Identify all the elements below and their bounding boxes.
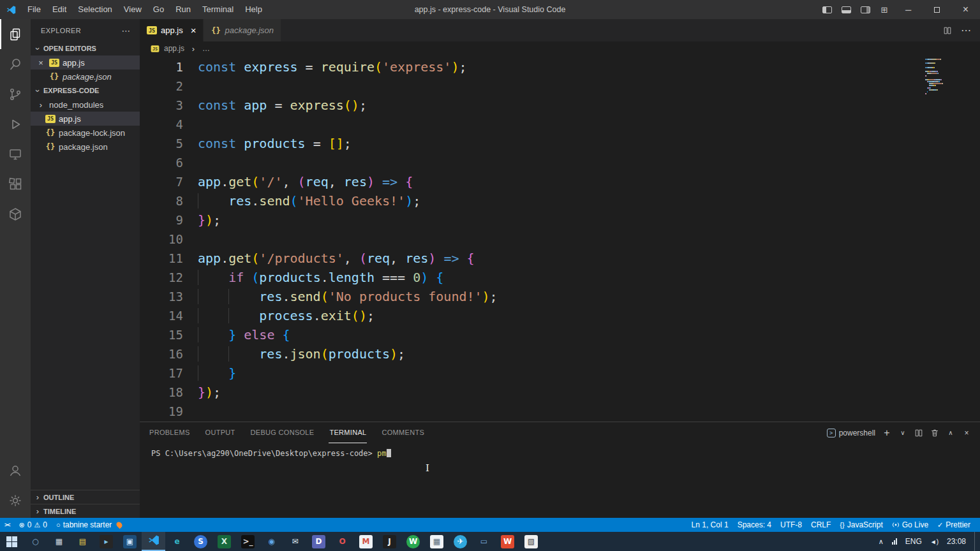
show-desktop-button[interactable] bbox=[974, 532, 977, 551]
workspace-folder-header[interactable]: › EXPRESS-CODE bbox=[31, 84, 140, 98]
taskbar-edge[interactable]: e bbox=[165, 532, 189, 551]
minimap[interactable] bbox=[925, 59, 971, 98]
terminal-shell-selector[interactable]: > powershell bbox=[827, 429, 875, 437]
problems-status[interactable]: ⊗ 0 ⚠ 0 bbox=[15, 518, 52, 532]
tab-package-json[interactable]: {}package.json bbox=[204, 19, 281, 41]
split-terminal-button[interactable] bbox=[914, 429, 923, 437]
open-editor-package-json[interactable]: {}package.json bbox=[31, 70, 140, 84]
toggle-secondary-sidebar-icon[interactable] bbox=[856, 0, 875, 19]
taskbar-gallery[interactable]: ▦ bbox=[425, 532, 449, 551]
menu-go[interactable]: Go bbox=[147, 0, 170, 19]
remote-indicator[interactable]: >< bbox=[0, 518, 15, 532]
panel-tab-debug-console[interactable]: DEBUG CONSOLE bbox=[250, 422, 315, 443]
taskbar-whatsapp[interactable]: W bbox=[401, 532, 425, 551]
breadcrumb[interactable]: JS app.js › … bbox=[140, 41, 980, 55]
taskbar-media-app[interactable]: ▸ bbox=[94, 532, 118, 551]
close-button[interactable]: × bbox=[951, 0, 980, 19]
new-terminal-button[interactable]: + bbox=[882, 427, 891, 439]
panel-tab-comments[interactable]: COMMENTS bbox=[381, 422, 425, 443]
terminal-content[interactable]: PS C:\Users\ag290\OneDrive\Desktop\expre… bbox=[140, 443, 980, 518]
tree-item-app-js[interactable]: JSapp.js bbox=[31, 112, 140, 126]
split-editor-icon[interactable] bbox=[943, 26, 952, 35]
status-go-live[interactable]: Go Live bbox=[887, 518, 933, 532]
taskbar-browser[interactable]: ◉ bbox=[260, 532, 283, 551]
tree-item-package-json[interactable]: {}package.json bbox=[31, 140, 140, 154]
taskbar-wondershare[interactable]: W bbox=[496, 532, 519, 551]
code-content[interactable]: 1const express = require('express');23co… bbox=[140, 57, 980, 421]
code-editor[interactable]: 1const express = require('express');23co… bbox=[140, 55, 980, 422]
activity-explorer[interactable] bbox=[0, 19, 31, 49]
taskbar-photos-app[interactable]: ▣ bbox=[118, 532, 142, 551]
menu-file[interactable]: File bbox=[22, 0, 47, 19]
menu-help[interactable]: Help bbox=[239, 0, 268, 19]
tab-app-js[interactable]: JSapp.js× bbox=[140, 19, 204, 41]
toggle-panel-icon[interactable] bbox=[836, 0, 856, 19]
toggle-sidebar-icon[interactable] bbox=[817, 0, 836, 19]
status-cursor-position[interactable]: Ln 1, Col 1 bbox=[687, 518, 733, 532]
close-panel-button[interactable]: × bbox=[962, 429, 971, 437]
vscode-logo-icon[interactable] bbox=[0, 4, 22, 15]
activity-remote-explorer[interactable] bbox=[0, 139, 31, 169]
menu-run[interactable]: Run bbox=[170, 0, 197, 19]
taskbar-task-view[interactable]: ▦ bbox=[47, 532, 71, 551]
status-eol[interactable]: CRLF bbox=[806, 518, 835, 532]
outline-header[interactable]: › OUTLINE bbox=[31, 490, 140, 504]
close-icon[interactable]: × bbox=[36, 58, 46, 68]
maximize-panel-button[interactable]: ∧ bbox=[946, 429, 955, 436]
activity-run-debug[interactable] bbox=[0, 109, 31, 139]
open-editors-header[interactable]: › OPEN EDITORS bbox=[31, 41, 140, 55]
tree-item-node-modules[interactable]: ›node_modules bbox=[31, 98, 140, 112]
activity-search[interactable] bbox=[0, 49, 31, 79]
menu-edit[interactable]: Edit bbox=[47, 0, 72, 19]
terminal-profile-dropdown-icon[interactable]: ∨ bbox=[898, 429, 907, 436]
activity-source-control[interactable] bbox=[0, 79, 31, 109]
tabnine-status[interactable]: ○ tabnine starter bbox=[52, 518, 126, 532]
taskbar-file-explorer[interactable]: ▤ bbox=[71, 532, 94, 551]
more-actions-icon[interactable]: ⋯ bbox=[961, 24, 971, 36]
taskbar-remote-desktop[interactable]: ▭ bbox=[472, 532, 496, 551]
taskbar-telegram[interactable]: ✈ bbox=[449, 532, 472, 551]
taskbar-discord[interactable]: D bbox=[307, 532, 330, 551]
taskbar-outlook[interactable]: M bbox=[354, 532, 378, 551]
taskbar-whiteboard[interactable]: ▧ bbox=[519, 532, 543, 551]
breadcrumb-file[interactable]: app.js bbox=[164, 44, 184, 53]
menu-selection[interactable]: Selection bbox=[72, 0, 117, 19]
more-actions-icon[interactable]: ⋯ bbox=[122, 26, 131, 36]
taskbar-terminal-app[interactable]: >_ bbox=[236, 532, 260, 551]
activity-settings[interactable] bbox=[0, 485, 31, 515]
minimize-button[interactable]: ─ bbox=[894, 0, 923, 19]
status-encoding[interactable]: UTF-8 bbox=[776, 518, 806, 532]
activity-packages[interactable] bbox=[0, 199, 31, 229]
status-language-mode[interactable]: {}JavaScript bbox=[835, 518, 887, 532]
tray-expand-icon[interactable]: ∧ bbox=[879, 538, 884, 546]
status-prettier[interactable]: ✓Prettier bbox=[933, 518, 975, 532]
panel-tab-terminal[interactable]: TERMINAL bbox=[329, 422, 367, 443]
taskbar-vscode[interactable] bbox=[142, 532, 165, 551]
panel-tab-problems[interactable]: PROBLEMS bbox=[149, 422, 191, 443]
taskbar-opera[interactable]: O bbox=[330, 532, 354, 551]
taskbar-excel[interactable]: X bbox=[212, 532, 236, 551]
taskbar-jetbrains[interactable]: J bbox=[378, 532, 401, 551]
status-indentation[interactable]: Spaces: 4 bbox=[733, 518, 776, 532]
clock[interactable]: 23:08 bbox=[947, 537, 966, 546]
taskbar-start[interactable] bbox=[0, 532, 24, 551]
input-language[interactable]: ENG bbox=[905, 537, 922, 546]
customize-layout-icon[interactable]: ⊞ bbox=[875, 0, 894, 19]
open-editor-app-js[interactable]: ×JSapp.js bbox=[31, 55, 140, 70]
taskbar-skype[interactable]: S bbox=[189, 532, 212, 551]
activity-extensions[interactable] bbox=[0, 169, 31, 199]
close-tab-icon[interactable]: × bbox=[191, 25, 197, 36]
menu-view[interactable]: View bbox=[118, 0, 147, 19]
maximize-button[interactable] bbox=[923, 0, 951, 19]
taskbar-cortana[interactable]: ○ bbox=[24, 532, 47, 551]
breadcrumb-symbol[interactable]: … bbox=[202, 44, 210, 53]
timeline-header[interactable]: › TIMELINE bbox=[31, 504, 140, 518]
kill-terminal-button[interactable] bbox=[930, 429, 939, 437]
network-icon[interactable] bbox=[892, 538, 897, 545]
volume-icon[interactable]: ◄) bbox=[930, 538, 939, 545]
panel-tab-output[interactable]: OUTPUT bbox=[205, 422, 236, 443]
taskbar-mail[interactable]: ✉ bbox=[283, 532, 307, 551]
activity-accounts[interactable] bbox=[0, 455, 31, 485]
menu-terminal[interactable]: Terminal bbox=[197, 0, 239, 19]
tree-item-package-lock-json[interactable]: {}package-lock.json bbox=[31, 126, 140, 140]
